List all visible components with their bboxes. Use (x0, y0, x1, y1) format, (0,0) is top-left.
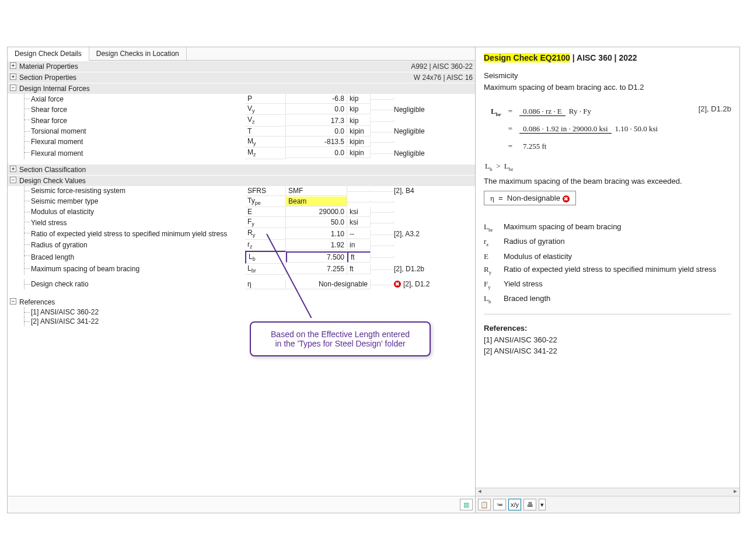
row-symbol: rz (245, 240, 286, 251)
collapse-icon[interactable]: − (10, 85, 16, 91)
table-row[interactable]: Torsional moment T 0.0 kipin Negligible (8, 127, 475, 136)
row-label: Shear force (31, 106, 245, 114)
divider (484, 314, 731, 314)
row-ref: Negligible (394, 149, 473, 158)
row-value: Beam (286, 197, 347, 206)
row-symbol: Lbr (245, 264, 286, 275)
tab-design-checks-in-location[interactable]: Design Checks in Location (89, 47, 187, 60)
scroll-right-icon[interactable]: ► (731, 488, 739, 496)
left-pane: Design Check Details Design Checks in Lo… (8, 47, 476, 513)
reference-item: [1] ANSI/AISC 360-22 (8, 307, 475, 317)
print-icon[interactable]: 🖶 (523, 499, 536, 510)
row-symbol: P (245, 94, 286, 104)
row-unit: kip (347, 94, 371, 104)
scroll-left-icon[interactable]: ◄ (476, 488, 484, 496)
table-row[interactable]: Seismic member type Type Beam (8, 196, 475, 207)
row-blank (371, 108, 394, 110)
horizontal-scrollbar[interactable]: ◄ ► (476, 488, 739, 496)
collapse-icon[interactable]: − (10, 177, 16, 183)
row-unit (347, 201, 371, 202)
row-blank (371, 222, 394, 223)
table-row[interactable]: Ratio of expected yield stress to specif… (8, 228, 475, 239)
expand-icon[interactable]: + (10, 74, 16, 80)
row-design-check-ratio[interactable]: Design check ratio η Non-designable ✖[2]… (8, 279, 475, 289)
collapse-icon[interactable]: − (10, 298, 16, 304)
legend-row: Fy Yield stress (484, 278, 731, 291)
table-row[interactable]: Axial force P -6.8 kip (8, 94, 475, 104)
row-symbol: η (245, 279, 286, 289)
right-pane: Design Check EQ2100 | AISC 360 | 2022 Se… (476, 47, 739, 513)
row-blank (371, 120, 394, 122)
row-value: 7.255 (286, 264, 347, 274)
row-value: -6.8 (286, 94, 347, 104)
row-blank (371, 211, 394, 213)
row-unit: ksi (347, 207, 371, 217)
row-label: Maximum spacing of beam bracing (31, 265, 245, 273)
legend-desc: Radius of gyration (504, 236, 565, 249)
tab-design-check-details[interactable]: Design Check Details (8, 47, 89, 61)
table-row[interactable]: Braced length Lb 7.500 ft (8, 251, 475, 263)
toolbar-button[interactable]: ≔ (493, 499, 506, 510)
toolbar-button[interactable]: x/y (508, 499, 521, 510)
section-label: Material Properties (19, 62, 411, 71)
table-row[interactable]: Maximum spacing of beam bracing Lbr 7.25… (8, 264, 475, 275)
row-blank (371, 141, 394, 143)
legend-row: Lb Braced length (484, 293, 731, 306)
row-symbol: SFRS (245, 186, 286, 196)
page-title: Design Check EQ2100 | AISC 360 | 2022 (484, 52, 731, 64)
row-unit: in (347, 240, 371, 250)
row-value: SMF (286, 186, 347, 196)
legend-symbol: Ry (484, 264, 498, 276)
section-label: Design Check Values (19, 177, 473, 185)
row-label: Design check ratio (31, 280, 245, 288)
row-value: 17.3 (286, 116, 347, 126)
row-unit: kipin (347, 127, 371, 136)
row-ref: [2], A3.2 (394, 230, 473, 238)
table-row[interactable]: Shear force Vy 0.0 kip Negligible (8, 104, 475, 115)
tabs-bar: Design Check Details Design Checks in Lo… (8, 47, 475, 61)
section-design-check-values[interactable]: − Design Check Values (8, 175, 475, 186)
row-unit: kip (347, 116, 371, 126)
row-unit: -- (347, 229, 371, 239)
reference-item: [1] ANSI/AISC 360-22 (484, 334, 731, 346)
expand-icon[interactable]: + (10, 166, 16, 172)
table-row[interactable]: Radius of gyration rz 1.92 in (8, 240, 475, 251)
title-highlight: Design Check EQ2100 (484, 53, 570, 62)
section-material-properties[interactable]: + Material Properties A992 | AISC 360-22 (8, 61, 475, 72)
table-row[interactable]: Seismic force-resisting system SFRS SMF … (8, 186, 475, 196)
legend-row: E Modulus of elasticity (484, 251, 731, 262)
export-icon[interactable]: ▥ (460, 499, 473, 510)
row-value: 1.10 (286, 229, 347, 239)
row-symbol: Vz (245, 115, 286, 126)
row-label: Flexural moment (31, 149, 245, 158)
expand-icon[interactable]: + (10, 62, 16, 69)
row-symbol: Type (245, 196, 286, 207)
row-blank (371, 152, 394, 154)
left-footer: ▥ (8, 496, 475, 513)
legend-symbol: Fy (484, 278, 498, 291)
row-label: Torsional moment (31, 127, 245, 135)
section-section-classification[interactable]: + Section Classification (8, 164, 475, 175)
comparison: Lb > Lbr (485, 160, 731, 173)
table-row[interactable]: Yield stress Fy 50.0 ksi (8, 217, 475, 228)
section-design-internal-forces[interactable]: − Design Internal Forces (8, 83, 475, 94)
row-ref: Negligible (394, 106, 473, 114)
formula-reference: [2], D1.2b (699, 101, 731, 115)
legend-desc: Yield stress (504, 278, 543, 291)
section-label: Design Internal Forces (19, 85, 473, 93)
toolbar-button[interactable]: 📋 (478, 499, 491, 510)
table-row[interactable]: Flexural moment My -813.5 kipin (8, 136, 475, 148)
legend-symbol: Lbr (484, 221, 498, 234)
table-row[interactable]: Modulus of elasticity E 29000.0 ksi (8, 207, 475, 217)
row-unit: ft (347, 251, 371, 262)
tree: + Material Properties A992 | AISC 360-22… (8, 61, 475, 496)
dropdown-icon[interactable]: ▾ (539, 499, 546, 510)
section-section-properties[interactable]: + Section Properties W 24x76 | AISC 16 (8, 72, 475, 83)
table-row[interactable]: Flexural moment Mz 0.0 kipin Negligible (8, 148, 475, 159)
table-row[interactable]: Shear force Vz 17.3 kip (8, 115, 475, 126)
row-ref: Negligible (394, 127, 473, 135)
row-label: Seismic force-resisting system (31, 187, 245, 195)
reference-item: [2] ANSI/AISC 341-22 (484, 345, 731, 357)
right-toolbar: 📋 ≔ x/y 🖶 ▾ (476, 496, 739, 513)
section-references[interactable]: − References (8, 296, 475, 307)
